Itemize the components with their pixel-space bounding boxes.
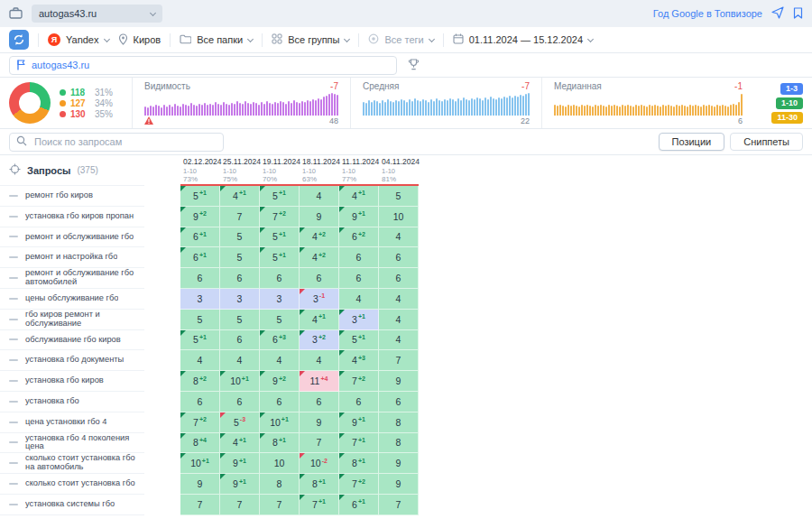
position-cell[interactable]: 8+1: [260, 433, 300, 454]
position-cell[interactable]: 5+1: [260, 227, 300, 248]
query-row[interactable]: установка гбо киров: [0, 371, 144, 392]
position-cell[interactable]: 8: [260, 474, 300, 495]
position-cell[interactable]: 9+1: [339, 207, 379, 227]
donut-chart[interactable]: [9, 82, 51, 124]
position-cell[interactable]: 8+2: [180, 371, 220, 392]
position-cell[interactable]: 4: [180, 350, 220, 371]
position-cell[interactable]: 6: [339, 392, 379, 412]
position-cell[interactable]: 4: [260, 350, 300, 371]
position-cell[interactable]: 5+1: [180, 330, 220, 351]
position-cell[interactable]: 6+1: [180, 227, 220, 248]
position-cell[interactable]: 7+1: [339, 433, 379, 454]
position-cell[interactable]: 4: [300, 186, 339, 207]
position-cell[interactable]: 7: [260, 495, 300, 515]
position-cell[interactable]: 7+2: [339, 474, 379, 495]
query-search-box[interactable]: [9, 133, 224, 152]
position-cell[interactable]: 9: [379, 371, 419, 392]
position-cell[interactable]: 4: [379, 310, 419, 330]
position-cell[interactable]: 5: [180, 310, 220, 330]
site-filter-field[interactable]: autogas43.ru: [9, 56, 397, 75]
position-cell[interactable]: 9: [300, 412, 339, 433]
drag-handle-icon[interactable]: [9, 401, 18, 403]
drag-handle-icon[interactable]: [9, 462, 18, 464]
position-cell[interactable]: 8+4: [180, 433, 220, 454]
position-cell[interactable]: 3+1: [339, 310, 379, 330]
position-cell[interactable]: 6: [180, 268, 220, 289]
query-row[interactable]: установка гбо документы: [0, 350, 144, 371]
position-cell[interactable]: 5+1: [260, 247, 300, 268]
position-cell[interactable]: 6: [339, 268, 379, 289]
position-cell[interactable]: 8+1: [300, 474, 339, 495]
position-cell[interactable]: 7+2: [180, 412, 220, 433]
position-cell[interactable]: 9+2: [260, 371, 300, 392]
snippets-button[interactable]: Сниппеты: [730, 133, 803, 151]
query-row[interactable]: установка гбо 4 поколения цена: [0, 433, 144, 454]
position-cell[interactable]: 5-3: [220, 412, 260, 433]
drag-handle-icon[interactable]: [9, 256, 18, 258]
drag-handle-icon[interactable]: [9, 277, 18, 279]
refresh-positions-button[interactable]: [9, 30, 29, 50]
range-badge[interactable]: 11-30: [771, 112, 803, 124]
position-cell[interactable]: 5+1: [260, 186, 300, 207]
panel-warning[interactable]: [144, 116, 153, 126]
position-cell[interactable]: 9: [379, 453, 419, 474]
position-cell[interactable]: 4+1: [339, 186, 379, 207]
query-row[interactable]: сколько стоит установка гбо: [0, 474, 144, 495]
position-cell[interactable]: 4: [379, 227, 419, 248]
position-cell[interactable]: 6+2: [339, 227, 379, 248]
position-cell[interactable]: 7: [379, 495, 419, 515]
position-cell[interactable]: 9+2: [180, 207, 220, 227]
position-cell[interactable]: 5: [220, 227, 260, 248]
query-row[interactable]: ремонт и обслуживание гбо: [0, 227, 144, 248]
position-cell[interactable]: 10-2: [300, 453, 339, 474]
position-cell[interactable]: 3: [180, 289, 220, 310]
query-row[interactable]: сколько стоит установка гбо на автомобил…: [0, 453, 144, 474]
legend-row[interactable]: 118 31%: [60, 88, 113, 97]
position-cell[interactable]: 4: [339, 289, 379, 310]
position-cell[interactable]: 3: [260, 289, 300, 310]
position-cell[interactable]: 5: [379, 186, 419, 207]
region-select[interactable]: Киров: [118, 33, 161, 47]
position-cell[interactable]: 7: [220, 207, 260, 227]
sparkline[interactable]: [554, 93, 743, 116]
position-cell[interactable]: 6+1: [339, 495, 379, 515]
query-row[interactable]: цена установки гбо 4: [0, 412, 144, 433]
promo-link[interactable]: Год Google в Топвизоре: [653, 8, 762, 19]
projects-icon[interactable]: [9, 7, 23, 21]
drag-handle-icon[interactable]: [9, 380, 18, 382]
position-cell[interactable]: 9+1: [220, 453, 260, 474]
position-cell[interactable]: 6: [220, 392, 260, 412]
position-cell[interactable]: 4: [379, 289, 419, 310]
position-cell[interactable]: 6+1: [180, 247, 220, 268]
position-cell[interactable]: 10: [379, 207, 419, 227]
drag-handle-icon[interactable]: [9, 359, 18, 361]
date-column-header[interactable]: 02.12.20241-1073%: [180, 155, 220, 184]
position-cell[interactable]: 3: [220, 289, 260, 310]
position-cell[interactable]: 5: [220, 247, 260, 268]
position-cell[interactable]: 5+1: [180, 186, 220, 207]
tags-select[interactable]: Все теги: [368, 33, 433, 46]
position-cell[interactable]: 5: [260, 310, 300, 330]
position-cell[interactable]: 4+1: [220, 433, 260, 454]
position-cell[interactable]: 6: [260, 392, 300, 412]
position-cell[interactable]: 6: [339, 247, 379, 268]
position-cell[interactable]: 3+2: [300, 330, 339, 351]
drag-handle-icon[interactable]: [9, 298, 18, 300]
position-cell[interactable]: 10+1: [260, 412, 300, 433]
position-cell[interactable]: 6: [300, 268, 339, 289]
position-cell[interactable]: 6: [300, 392, 339, 412]
position-cell[interactable]: 8: [379, 433, 419, 454]
drag-handle-icon[interactable]: [9, 195, 18, 197]
date-column-header[interactable]: 25.11.20241-1075%: [220, 155, 260, 184]
drag-handle-icon[interactable]: [9, 319, 18, 320]
position-cell[interactable]: 3-1: [300, 289, 339, 310]
sparkline[interactable]: [144, 93, 338, 116]
legend-row[interactable]: 130 35%: [60, 109, 113, 119]
trophy-icon[interactable]: [408, 59, 420, 72]
positions-button[interactable]: Позиции: [659, 133, 725, 151]
position-cell[interactable]: 6: [379, 247, 419, 268]
drag-handle-icon[interactable]: [9, 236, 18, 237]
position-cell[interactable]: 6: [220, 330, 260, 351]
query-row[interactable]: ремонт и настройка гбо: [0, 247, 144, 268]
sparkline[interactable]: [363, 93, 530, 116]
